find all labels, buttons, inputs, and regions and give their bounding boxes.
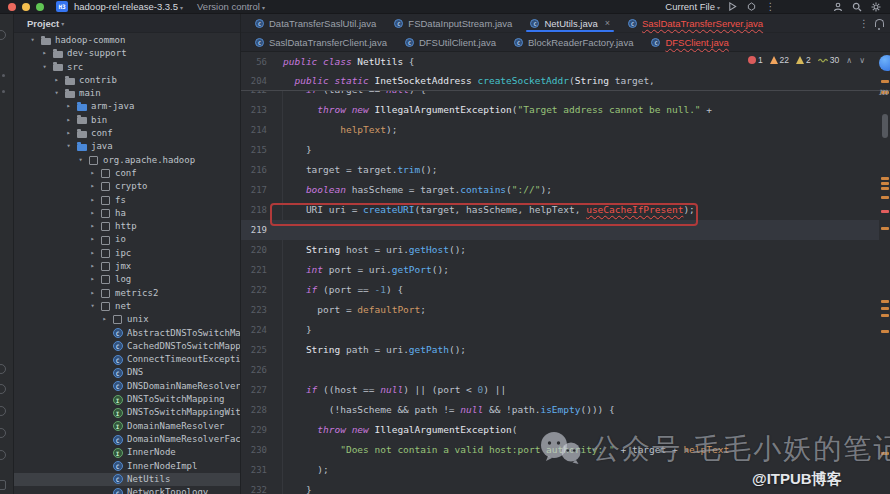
run-icon[interactable] <box>726 1 739 13</box>
line-number[interactable]: 221 <box>241 265 267 275</box>
code-line-223[interactable]: 223 port = defaultPort; <box>241 300 879 320</box>
tree-item-domainnameresolverfactor[interactable]: CDomainNameResolverFactor <box>14 433 240 446</box>
code-line-217[interactable]: 217 boolean hasScheme = target.contains(… <box>241 180 879 200</box>
code-line-213[interactable]: 213 throw new IllegalArgumentException("… <box>241 100 879 120</box>
tree-item-main[interactable]: ▾main <box>14 87 240 100</box>
tree-item-bin[interactable]: ▸bin <box>14 114 240 127</box>
code-line-224[interactable]: 224 } <box>241 320 879 340</box>
line-number[interactable]: 213 <box>241 105 267 115</box>
tree-item-innernode[interactable]: IInnerNode <box>14 446 240 459</box>
settings-gear-icon[interactable] <box>869 1 882 13</box>
tree-item-ha[interactable]: ▸ha <box>14 207 240 220</box>
warning-count[interactable]: 22 <box>770 55 789 65</box>
line-number[interactable]: 223 <box>241 305 267 315</box>
tree-expand-icon[interactable]: ▾ <box>26 34 39 47</box>
stripe-mark[interactable] <box>881 182 889 185</box>
project-panel-header[interactable]: Project ▾ <box>14 14 240 33</box>
tree-expand-icon[interactable]: ▾ <box>86 300 99 313</box>
tree-item-conf[interactable]: ▸conf <box>14 127 240 140</box>
tree-item-netutils[interactable]: CNetUtils <box>14 473 240 486</box>
editor-tab[interactable]: CSaslDataTransferServer.java <box>619 14 772 32</box>
line-number[interactable]: 215 <box>241 145 267 155</box>
line-number[interactable]: 214 <box>241 125 267 135</box>
tree-expand-icon[interactable]: ▾ <box>38 61 51 74</box>
tree-expand-icon[interactable]: ▸ <box>86 194 99 207</box>
tree-item-connecttimeoutexception[interactable]: CConnectTimeoutException <box>14 353 240 366</box>
line-number[interactable]: 227 <box>241 385 267 395</box>
typo-count[interactable]: 30 <box>818 55 839 65</box>
prev-problem-icon[interactable]: ∧ <box>846 56 852 65</box>
stripe-mark[interactable] <box>881 307 889 310</box>
tree-expand-icon[interactable]: ▸ <box>86 167 99 180</box>
sticky-code-line-204[interactable]: 204 public static InetSocketAddress crea… <box>241 71 890 90</box>
line-number[interactable]: 222 <box>241 285 267 295</box>
tree-expand-icon[interactable]: ▾ <box>74 154 87 167</box>
tree-item-log[interactable]: ▸log <box>14 273 240 286</box>
tool-icon[interactable] <box>0 428 6 438</box>
line-number[interactable]: 229 <box>241 425 267 435</box>
line-number[interactable]: 224 <box>241 325 267 335</box>
tree-expand-icon[interactable]: ▸ <box>86 180 99 193</box>
line-number[interactable]: 216 <box>241 165 267 175</box>
tree-item-dev-support[interactable]: ▸dev-support <box>14 47 240 60</box>
stripe-mark[interactable] <box>881 300 889 303</box>
line-number[interactable]: 225 <box>241 345 267 355</box>
tree-expand-icon[interactable]: ▸ <box>62 127 75 140</box>
version-control-menu[interactable]: Version control▾ <box>197 1 265 12</box>
tree-item-abstractdnstoswitchmappi[interactable]: CAbstractDNSToSwitchMappi <box>14 327 240 340</box>
tree-expand-icon[interactable]: ▸ <box>86 207 99 220</box>
tree-item-io[interactable]: ▸io <box>14 233 240 246</box>
tree-item-domainnameresolver[interactable]: IDomainNameResolver <box>14 420 240 433</box>
tree-expand-icon[interactable]: ▾ <box>50 87 63 100</box>
tree-item-unix[interactable]: ▸unix <box>14 313 240 326</box>
editor-tab[interactable]: CFSDataInputStream.java <box>385 14 521 32</box>
tool-icon[interactable] <box>0 406 6 416</box>
code-line-214[interactable]: 214 helpText); <box>241 120 879 140</box>
editor-tab[interactable]: CDFSClient.java <box>642 33 737 51</box>
tree-item-cacheddnstoswitchmapping[interactable]: CCachedDNSToSwitchMapping <box>14 340 240 353</box>
tab-close-icon[interactable]: × <box>605 18 610 28</box>
stripe-mark[interactable] <box>881 227 889 230</box>
stripe-mark[interactable] <box>881 330 889 333</box>
tree-expand-icon[interactable]: ▸ <box>38 47 51 60</box>
code-line-216[interactable]: 216 target = target.trim(); <box>241 160 879 180</box>
code-line-222[interactable]: 222 if (port == -1) { <box>241 280 879 300</box>
line-number[interactable]: 56 <box>241 57 267 67</box>
notifications-bell-icon[interactable] <box>875 19 884 27</box>
tree-item-arm-java[interactable]: ▸arm-java <box>14 100 240 113</box>
tree-item-dnstoswitchmapping[interactable]: IDNSToSwitchMapping <box>14 393 240 406</box>
tree-expand-icon[interactable]: ▸ <box>62 100 75 113</box>
inspections-widget[interactable]: 1 22 2 30 ∧ ∨ <box>748 55 865 65</box>
tree-expand-icon[interactable]: ▸ <box>50 74 63 87</box>
code-editor[interactable]: 212 if (target == null) {213 throw new I… <box>241 52 890 494</box>
stripe-mark[interactable] <box>881 196 889 199</box>
line-number[interactable]: 226 <box>241 365 267 375</box>
editor-tab[interactable]: CNetUtils.java× <box>521 14 619 32</box>
tree-item-http[interactable]: ▸http <box>14 220 240 233</box>
stripe-mark[interactable] <box>881 210 889 213</box>
window-zoom-button[interactable] <box>36 3 44 11</box>
editor-tab[interactable]: CDFSUtilClient.java <box>396 33 505 51</box>
tool-icon[interactable] <box>0 480 6 490</box>
weak-warning-count[interactable]: 2 <box>796 55 811 65</box>
code-line-227[interactable]: 227 if ((host == null) || (port < 0) || <box>241 380 879 400</box>
stripe-mark[interactable] <box>881 187 889 190</box>
tree-item-ipc[interactable]: ▸ipc <box>14 247 240 260</box>
window-minimize-button[interactable] <box>22 3 30 11</box>
tree-item-innernodeimpl[interactable]: CInnerNodeImpl <box>14 460 240 473</box>
profiler-icon[interactable] <box>745 1 758 13</box>
code-line-220[interactable]: 220 String host = uri.getHost(); <box>241 240 879 260</box>
code-line-215[interactable]: 215 } <box>241 140 879 160</box>
line-number[interactable]: 218 <box>241 205 267 215</box>
tree-item-fs[interactable]: ▸fs <box>14 194 240 207</box>
project-tool-icon[interactable] <box>0 30 6 40</box>
code-line-230[interactable]: 230 "Does not contain a valid host:port … <box>241 440 879 460</box>
tree-item-networktopology[interactable]: CNetworkTopology <box>14 486 240 494</box>
line-number[interactable]: 204 <box>241 76 267 86</box>
tree-item-net[interactable]: ▾net <box>14 300 240 313</box>
code-line-221[interactable]: 221 int port = uri.getPort(); <box>241 260 879 280</box>
scrollbar-thumb[interactable] <box>882 114 888 138</box>
line-number[interactable]: 232 <box>241 485 267 494</box>
tree-expand-icon[interactable]: ▸ <box>86 260 99 273</box>
more-actions-icon[interactable]: ⋮ <box>764 1 777 13</box>
